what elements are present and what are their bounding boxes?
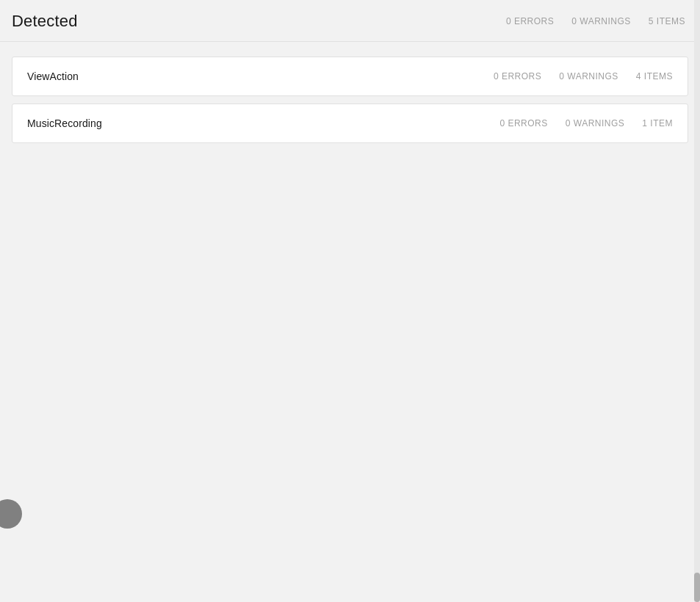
row-errors: 0 ERRORS xyxy=(494,71,541,81)
list-item[interactable]: MusicRecording 0 ERRORS 0 WARNINGS 1 ITE… xyxy=(12,104,688,143)
header-stats: 0 ERRORS 0 WARNINGS 5 ITEMS xyxy=(506,16,685,26)
page-title: Detected xyxy=(12,12,78,31)
row-name: MusicRecording xyxy=(27,117,102,129)
row-stats: 0 ERRORS 0 WARNINGS 4 ITEMS xyxy=(494,71,673,81)
header-warnings-stat: 0 WARNINGS xyxy=(571,16,631,26)
list-item[interactable]: ViewAction 0 ERRORS 0 WARNINGS 4 ITEMS xyxy=(12,57,688,96)
scrollbar[interactable] xyxy=(694,0,700,602)
page-container: Detected 0 ERRORS 0 WARNINGS 5 ITEMS Vie… xyxy=(0,0,700,602)
scrollbar-thumb[interactable] xyxy=(694,573,700,602)
row-name: ViewAction xyxy=(27,70,79,82)
row-stats: 0 ERRORS 0 WARNINGS 1 ITEM xyxy=(499,118,673,128)
row-warnings: 0 WARNINGS xyxy=(566,118,625,128)
row-warnings: 0 WARNINGS xyxy=(559,71,618,81)
row-items: 1 ITEM xyxy=(642,118,673,128)
row-items: 4 ITEMS xyxy=(636,71,673,81)
header-items-stat: 5 ITEMS xyxy=(649,16,685,26)
row-errors: 0 ERRORS xyxy=(499,118,547,128)
header-errors-stat: 0 ERRORS xyxy=(506,16,554,26)
circle-button[interactable] xyxy=(0,499,22,529)
content-area: ViewAction 0 ERRORS 0 WARNINGS 4 ITEMS M… xyxy=(0,42,700,158)
header: Detected 0 ERRORS 0 WARNINGS 5 ITEMS xyxy=(0,0,700,42)
